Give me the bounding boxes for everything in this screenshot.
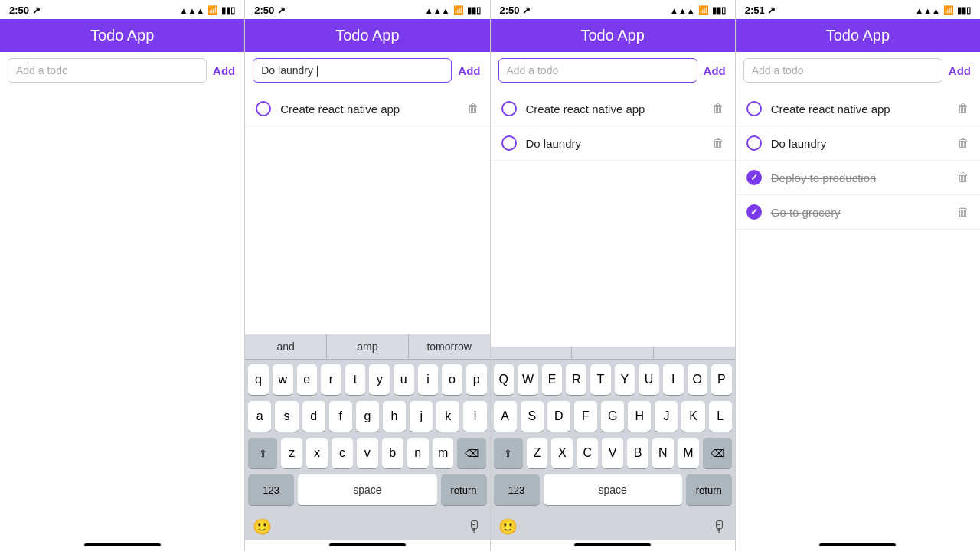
key-q[interactable]: q — [248, 364, 269, 395]
todo-input[interactable] — [743, 58, 942, 83]
key-O[interactable]: O — [688, 364, 708, 395]
delete-icon[interactable]: 🗑 — [957, 205, 969, 219]
key-I[interactable]: I — [663, 364, 684, 395]
key-Y[interactable]: Y — [615, 364, 635, 395]
delete-icon[interactable]: 🗑 — [957, 136, 969, 150]
key-h[interactable]: h — [383, 401, 406, 432]
todo-input[interactable] — [8, 58, 207, 83]
emoji-icon[interactable]: 🙂 — [498, 517, 518, 536]
key-W[interactable]: W — [518, 364, 538, 395]
key-j[interactable]: j — [410, 401, 433, 432]
status-time: 2:50 ↗ — [500, 5, 531, 16]
key-space[interactable]: space — [544, 474, 682, 505]
key-M[interactable]: M — [678, 438, 699, 468]
key-⌫[interactable]: ⌫ — [703, 438, 732, 468]
add-button[interactable]: Add — [702, 61, 727, 80]
todo-checkbox[interactable] — [746, 135, 762, 151]
key-N[interactable]: N — [652, 438, 674, 468]
key-X[interactable]: X — [551, 438, 573, 468]
todo-checkbox[interactable] — [256, 101, 271, 116]
key-U[interactable]: U — [639, 364, 659, 395]
delete-icon[interactable]: 🗑 — [957, 171, 969, 184]
key-P[interactable]: P — [711, 364, 732, 395]
key-K[interactable]: K — [681, 401, 704, 432]
key-v[interactable]: v — [357, 438, 378, 468]
key-space[interactable]: space — [298, 474, 436, 505]
add-button[interactable]: Add — [456, 61, 482, 80]
todo-input[interactable] — [253, 58, 452, 83]
key-Z[interactable]: Z — [527, 438, 548, 468]
phone-screen-1: 2:50 ↗ ▲▲▲ 📶 ▮▮▯ Todo AppAdd — [0, 0, 245, 551]
key-H[interactable]: H — [628, 401, 651, 432]
emoji-icon[interactable]: 🙂 — [253, 517, 272, 536]
todo-checkbox[interactable] — [746, 170, 762, 185]
add-button[interactable]: Add — [947, 61, 972, 80]
key-D[interactable]: D — [547, 401, 570, 432]
keyboard-suggestion[interactable]: tomorrow — [409, 334, 490, 359]
keyboard-suggestion[interactable] — [491, 347, 573, 359]
todo-item: Create react native app🗑 — [736, 92, 980, 126]
key-o[interactable]: o — [442, 364, 462, 395]
key-Q[interactable]: Q — [494, 364, 514, 395]
todo-item: Create react native app🗑 — [245, 92, 489, 126]
key-L[interactable]: L — [709, 401, 732, 432]
key-J[interactable]: J — [655, 401, 678, 432]
key-a[interactable]: a — [248, 401, 271, 432]
key-123[interactable]: 123 — [248, 474, 294, 505]
key-t[interactable]: t — [345, 364, 366, 395]
delete-icon[interactable]: 🗑 — [712, 102, 724, 116]
todo-checkbox[interactable] — [501, 135, 517, 151]
key-return[interactable]: return — [686, 474, 732, 505]
key-w[interactable]: w — [273, 364, 293, 395]
key-s[interactable]: s — [275, 401, 298, 432]
key-C[interactable]: C — [577, 438, 598, 468]
key-y[interactable]: y — [369, 364, 390, 395]
keyboard-suggestion[interactable]: amp — [327, 334, 409, 359]
key-i[interactable]: i — [418, 364, 439, 395]
key-z[interactable]: z — [281, 438, 302, 468]
key-e[interactable]: e — [297, 364, 318, 395]
key-n[interactable]: n — [407, 438, 429, 468]
key-B[interactable]: B — [627, 438, 648, 468]
key-u[interactable]: u — [394, 364, 414, 395]
key-c[interactable]: c — [332, 438, 353, 468]
key-g[interactable]: g — [356, 401, 379, 432]
key-A[interactable]: A — [494, 401, 517, 432]
key-E[interactable]: E — [542, 364, 563, 395]
mic-icon[interactable]: 🎙 — [712, 518, 727, 536]
keyboard-suggestion[interactable] — [572, 347, 654, 359]
key-l[interactable]: l — [463, 401, 486, 432]
key-row-0: QWERTYUIOP — [494, 364, 732, 395]
key-S[interactable]: S — [521, 401, 544, 432]
key-k[interactable]: k — [436, 401, 459, 432]
key-b[interactable]: b — [382, 438, 403, 468]
key-m[interactable]: m — [433, 438, 454, 468]
key-F[interactable]: F — [574, 401, 597, 432]
todo-checkbox[interactable] — [746, 204, 762, 220]
key-G[interactable]: G — [601, 401, 624, 432]
key-x[interactable]: x — [306, 438, 328, 468]
todo-text: Create react native app — [771, 103, 948, 116]
keyboard-suggestion[interactable] — [654, 347, 735, 359]
keyboard-suggestion[interactable]: and — [245, 334, 327, 359]
key-V[interactable]: V — [602, 438, 623, 468]
add-button[interactable]: Add — [211, 61, 237, 80]
key-123[interactable]: 123 — [494, 474, 540, 505]
delete-icon[interactable]: 🗑 — [957, 102, 969, 116]
delete-icon[interactable]: 🗑 — [712, 136, 724, 150]
key-R[interactable]: R — [566, 364, 586, 395]
key-p[interactable]: p — [466, 364, 487, 395]
key-return[interactable]: return — [441, 474, 487, 505]
key-f[interactable]: f — [329, 401, 352, 432]
todo-checkbox[interactable] — [501, 101, 517, 116]
delete-icon[interactable]: 🗑 — [467, 102, 479, 116]
key-T[interactable]: T — [590, 364, 611, 395]
key-r[interactable]: r — [321, 364, 341, 395]
todo-checkbox[interactable] — [746, 101, 762, 116]
todo-input[interactable] — [498, 58, 697, 83]
mic-icon[interactable]: 🎙 — [467, 518, 482, 536]
key-⇧[interactable]: ⇧ — [494, 438, 523, 468]
key-d[interactable]: d — [302, 401, 325, 432]
key-⇧[interactable]: ⇧ — [248, 438, 277, 468]
key-⌫[interactable]: ⌫ — [457, 438, 486, 468]
